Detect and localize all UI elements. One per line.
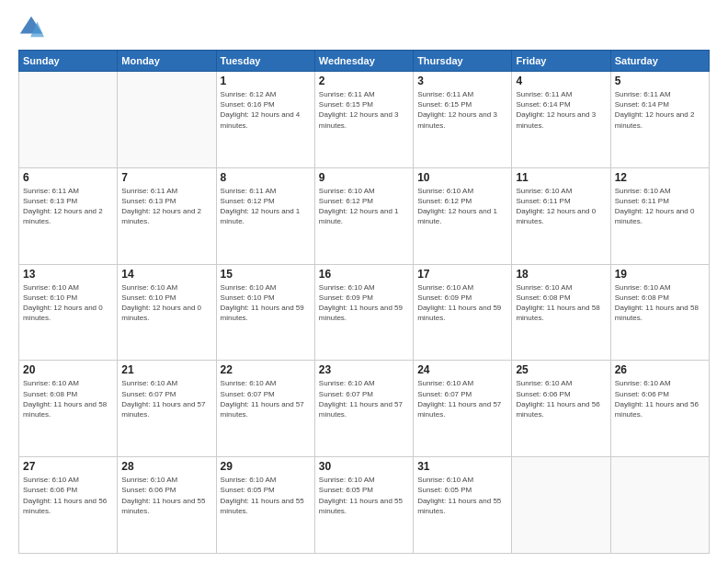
daylight-text: Daylight: 11 hours and 58 minutes. [516,303,606,323]
day-number: 27 [23,460,113,473]
weekday-header-friday: Friday [512,51,610,72]
day-info: Sunrise: 6:10 AMSunset: 6:10 PMDaylight:… [121,282,211,324]
day-number: 21 [121,363,211,376]
calendar-cell: 21Sunrise: 6:10 AMSunset: 6:07 PMDayligh… [118,361,216,457]
day-number: 8 [221,171,311,184]
calendar-cell: 13Sunrise: 6:10 AMSunset: 6:10 PMDayligh… [19,264,118,361]
day-info: Sunrise: 6:10 AMSunset: 6:08 PMDaylight:… [615,282,705,324]
sunrise-text: Sunrise: 6:10 AM [221,475,311,485]
daylight-text: Daylight: 11 hours and 59 minutes. [417,303,507,323]
daylight-text: Daylight: 11 hours and 57 minutes. [417,399,507,419]
calendar-cell: 4Sunrise: 6:11 AMSunset: 6:14 PMDaylight… [512,72,610,168]
sunset-text: Sunset: 6:07 PM [319,389,409,399]
sunset-text: Sunset: 6:05 PM [221,485,311,495]
day-number: 26 [615,363,705,376]
day-number: 16 [319,268,409,281]
daylight-text: Daylight: 12 hours and 0 minutes. [23,303,113,323]
calendar-cell [19,72,118,168]
calendar-cell: 14Sunrise: 6:10 AMSunset: 6:10 PMDayligh… [118,264,216,361]
sunrise-text: Sunrise: 6:10 AM [319,186,409,196]
daylight-text: Daylight: 12 hours and 1 minute. [417,206,507,226]
day-number: 2 [319,75,409,87]
calendar-cell: 11Sunrise: 6:10 AMSunset: 6:11 PMDayligh… [512,167,610,264]
day-number: 3 [417,75,507,87]
sunset-text: Sunset: 6:06 PM [23,485,113,495]
day-info: Sunrise: 6:10 AMSunset: 6:10 PMDaylight:… [23,282,113,324]
daylight-text: Daylight: 11 hours and 57 minutes. [221,399,311,419]
day-number: 15 [221,268,311,281]
calendar-cell: 5Sunrise: 6:11 AMSunset: 6:14 PMDaylight… [610,72,709,168]
calendar-cell: 26Sunrise: 6:10 AMSunset: 6:06 PMDayligh… [610,361,709,457]
weekday-header-saturday: Saturday [610,51,709,72]
calendar-cell: 16Sunrise: 6:10 AMSunset: 6:09 PMDayligh… [314,264,413,361]
day-number: 9 [319,171,409,184]
day-info: Sunrise: 6:11 AMSunset: 6:14 PMDaylight:… [615,89,705,131]
day-number: 30 [319,460,409,473]
day-number: 5 [615,75,705,87]
sunset-text: Sunset: 6:09 PM [319,293,409,303]
sunset-text: Sunset: 6:07 PM [417,389,507,399]
day-number: 12 [615,171,705,184]
daylight-text: Daylight: 11 hours and 57 minutes. [319,399,409,419]
day-number: 28 [121,460,211,473]
day-info: Sunrise: 6:10 AMSunset: 6:05 PMDaylight:… [319,475,409,516]
sunrise-text: Sunrise: 6:10 AM [417,282,507,293]
calendar-cell: 20Sunrise: 6:10 AMSunset: 6:08 PMDayligh… [19,361,118,457]
daylight-text: Daylight: 12 hours and 4 minutes. [221,109,311,130]
calendar-cell: 31Sunrise: 6:10 AMSunset: 6:05 PMDayligh… [414,457,512,554]
calendar-cell: 9Sunrise: 6:10 AMSunset: 6:12 PMDaylight… [314,167,413,264]
weekday-header-wednesday: Wednesday [314,51,413,72]
sunset-text: Sunset: 6:15 PM [417,99,507,109]
daylight-text: Daylight: 12 hours and 0 minutes. [516,206,606,226]
day-number: 29 [221,460,311,473]
logo-icon [18,15,44,40]
weekday-header-sunday: Sunday [19,51,118,72]
sunrise-text: Sunrise: 6:10 AM [23,282,113,293]
calendar-cell: 12Sunrise: 6:10 AMSunset: 6:11 PMDayligh… [610,167,709,264]
day-info: Sunrise: 6:10 AMSunset: 6:06 PMDaylight:… [121,475,211,516]
sunrise-text: Sunrise: 6:10 AM [615,282,705,293]
sunrise-text: Sunrise: 6:11 AM [516,89,606,99]
sunset-text: Sunset: 6:07 PM [121,389,211,399]
sunrise-text: Sunrise: 6:10 AM [23,475,113,485]
sunrise-text: Sunrise: 6:10 AM [417,378,507,388]
sunset-text: Sunset: 6:09 PM [417,293,507,303]
sunset-text: Sunset: 6:11 PM [516,196,606,206]
sunset-text: Sunset: 6:06 PM [615,389,705,399]
daylight-text: Daylight: 12 hours and 1 minute. [221,206,311,226]
sunrise-text: Sunrise: 6:10 AM [23,378,113,388]
sunrise-text: Sunrise: 6:10 AM [615,186,705,196]
day-info: Sunrise: 6:10 AMSunset: 6:12 PMDaylight:… [417,186,507,227]
day-info: Sunrise: 6:10 AMSunset: 6:11 PMDaylight:… [615,186,705,227]
sunrise-text: Sunrise: 6:10 AM [319,282,409,293]
daylight-text: Daylight: 11 hours and 56 minutes. [23,496,113,516]
calendar-cell: 2Sunrise: 6:11 AMSunset: 6:15 PMDaylight… [314,72,413,168]
day-info: Sunrise: 6:10 AMSunset: 6:08 PMDaylight:… [23,378,113,419]
sunrise-text: Sunrise: 6:11 AM [417,89,507,99]
sunrise-text: Sunrise: 6:11 AM [221,186,311,196]
calendar-cell: 8Sunrise: 6:11 AMSunset: 6:12 PMDaylight… [216,167,314,264]
header [18,15,710,40]
sunset-text: Sunset: 6:08 PM [615,293,705,303]
sunrise-text: Sunrise: 6:11 AM [23,186,113,196]
day-number: 14 [121,268,211,281]
day-info: Sunrise: 6:11 AMSunset: 6:14 PMDaylight:… [516,89,606,131]
sunrise-text: Sunrise: 6:11 AM [121,186,211,196]
calendar-cell [512,457,610,554]
sunrise-text: Sunrise: 6:10 AM [221,282,311,293]
calendar-cell: 27Sunrise: 6:10 AMSunset: 6:06 PMDayligh… [19,457,118,554]
sunrise-text: Sunrise: 6:10 AM [615,378,705,388]
sunrise-text: Sunrise: 6:12 AM [221,89,311,99]
day-info: Sunrise: 6:11 AMSunset: 6:13 PMDaylight:… [23,186,113,227]
day-number: 1 [221,75,311,87]
day-number: 24 [417,363,507,376]
calendar-cell: 7Sunrise: 6:11 AMSunset: 6:13 PMDaylight… [118,167,216,264]
day-info: Sunrise: 6:11 AMSunset: 6:13 PMDaylight:… [121,186,211,227]
sunrise-text: Sunrise: 6:10 AM [417,186,507,196]
daylight-text: Daylight: 12 hours and 2 minutes. [615,109,705,130]
calendar-cell [610,457,709,554]
day-info: Sunrise: 6:11 AMSunset: 6:12 PMDaylight:… [221,186,311,227]
day-number: 22 [221,363,311,376]
day-number: 4 [516,75,606,87]
daylight-text: Daylight: 11 hours and 55 minutes. [121,496,211,516]
